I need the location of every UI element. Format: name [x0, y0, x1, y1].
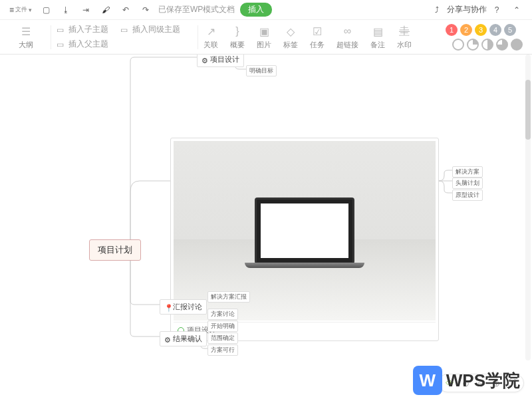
- ribbon-toolbar: ☰ 大纲 ▭插入子主题 ▭插入父主题 ▭插入同级主题 x ↗关联 }概要 ▣图片…: [0, 20, 532, 55]
- priority-3[interactable]: 3: [475, 24, 487, 36]
- task-icon: ☑: [313, 24, 322, 39]
- progress-75[interactable]: [496, 39, 508, 51]
- relation-icon: ↗: [207, 24, 215, 39]
- watermark-button[interactable]: 圭水印: [397, 24, 412, 50]
- relation-button[interactable]: ↗关联: [203, 24, 218, 50]
- summary-icon: }: [235, 24, 239, 39]
- progress-0[interactable]: [452, 39, 464, 51]
- tiny-node[interactable]: 开始明确: [207, 321, 238, 332]
- share-icon[interactable]: ⤴: [431, 4, 443, 16]
- root-node[interactable]: 项目计划: [89, 239, 141, 261]
- export-icon[interactable]: ⇥: [80, 4, 92, 16]
- hyperlink-button[interactable]: ∞超链接: [336, 24, 358, 50]
- format-painter-icon[interactable]: 🖌: [100, 4, 112, 16]
- tiny-node[interactable]: 明确目标: [246, 65, 277, 76]
- priority-5[interactable]: 5: [504, 24, 516, 36]
- tiny-node[interactable]: 方案可行: [207, 344, 238, 356]
- tiny-node[interactable]: 方案讨论: [207, 309, 238, 320]
- help-icon[interactable]: ?: [491, 4, 503, 16]
- chevron-down-icon: ▾: [29, 7, 32, 13]
- progress-100[interactable]: [511, 39, 523, 51]
- save-icon[interactable]: ▢: [40, 4, 52, 16]
- laptop-image: [245, 198, 364, 277]
- tiny-node[interactable]: 解决方案: [452, 166, 483, 178]
- scrollbar-thumb[interactable]: [525, 80, 531, 140]
- file-menu[interactable]: ≡ 文件 ▾: [5, 4, 36, 16]
- priority-1[interactable]: 1: [446, 24, 458, 36]
- mindmap-canvas[interactable]: 项目计划 ⚙项目设计 明确目标 项目设计 解决方案 头脑计划 原型设计 📍汇报讨…: [0, 55, 532, 399]
- node-report[interactable]: 📍汇报讨论: [160, 299, 207, 315]
- tag-button[interactable]: ◇标签: [283, 24, 298, 50]
- node-design[interactable]: ⚙项目设计: [197, 55, 244, 67]
- redo-icon[interactable]: ↷: [140, 4, 152, 16]
- outline-label: 大纲: [19, 40, 33, 50]
- note-icon: ▤: [373, 24, 383, 39]
- share-link[interactable]: 分享与协作: [447, 4, 487, 15]
- progress-50[interactable]: [481, 39, 493, 51]
- tiny-node[interactable]: 解决方案汇报: [207, 291, 250, 303]
- tag-icon: ◇: [287, 24, 295, 39]
- insert-sibling-button[interactable]: ▭插入同级主题: [120, 23, 180, 37]
- download-icon[interactable]: ⭳: [60, 4, 72, 16]
- pin-icon: 📍: [164, 304, 171, 311]
- priority-2[interactable]: 2: [460, 24, 472, 36]
- node-result[interactable]: ⚙结果确认: [160, 331, 207, 346]
- task-button[interactable]: ☑任务: [310, 24, 325, 50]
- summary-button[interactable]: }概要: [230, 24, 245, 50]
- wps-logo-icon: W: [413, 366, 442, 395]
- progress-25[interactable]: [467, 39, 479, 51]
- image-button[interactable]: ▣图片: [257, 24, 271, 50]
- priority-4[interactable]: 4: [489, 24, 501, 36]
- insert-parent-icon: ▭: [57, 40, 66, 49]
- watermark-icon: 圭: [399, 24, 410, 39]
- hyperlink-icon: ∞: [344, 24, 351, 39]
- progress-markers: [452, 39, 523, 51]
- insert-parent-button[interactable]: ▭插入父主题: [57, 37, 108, 52]
- save-status: 已保存至WP模式文档: [158, 4, 235, 15]
- file-menu-label: 文件: [15, 5, 27, 14]
- top-menu-bar: ≡ 文件 ▾ ▢ ⭳ ⇥ 🖌 ↶ ↷ 已保存至WP模式文档 插入 ⤴ 分享与协作…: [0, 0, 532, 20]
- wps-logo: W WPS学院: [413, 366, 520, 395]
- tiny-node[interactable]: 头脑计划: [452, 178, 483, 189]
- insert-child-icon: ▭: [57, 25, 66, 35]
- wps-logo-text: WPS学院: [446, 369, 520, 392]
- insert-child-button[interactable]: ▭插入子主题: [57, 23, 108, 37]
- gear-icon: ⚙: [164, 336, 171, 342]
- priority-markers: 1 2 3 4 5: [446, 24, 516, 36]
- note-button[interactable]: ▤备注: [370, 24, 385, 50]
- gear-icon: ⚙: [201, 57, 208, 63]
- outline-button[interactable]: ☰ 大纲: [19, 24, 33, 50]
- collapse-icon[interactable]: ⌃: [511, 4, 523, 16]
- outline-icon: ☰: [21, 24, 31, 39]
- tiny-node[interactable]: 原型设计: [452, 190, 483, 201]
- insert-button[interactable]: 插入: [240, 3, 272, 17]
- tiny-node[interactable]: 范围确定: [207, 332, 238, 344]
- image-icon: ▣: [259, 24, 269, 39]
- insert-sibling-icon: ▭: [120, 25, 130, 35]
- undo-icon[interactable]: ↶: [120, 4, 132, 16]
